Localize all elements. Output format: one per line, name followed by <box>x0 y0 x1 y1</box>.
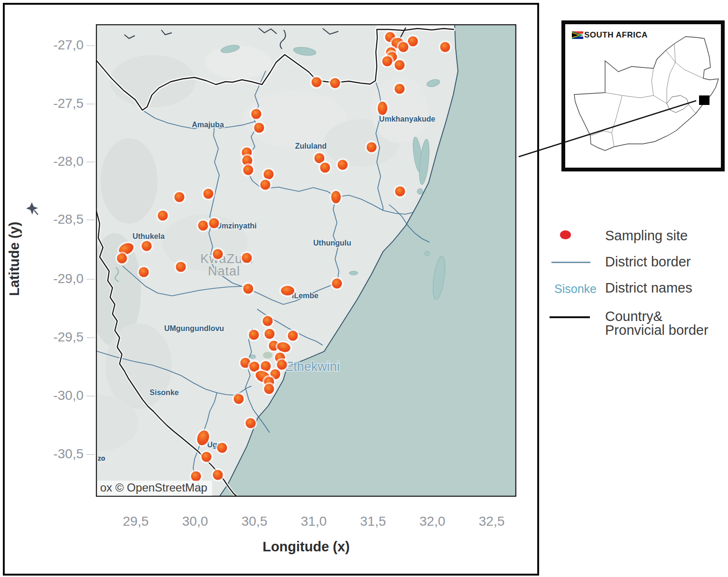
y-tick-mark <box>86 396 95 397</box>
y-tick-mark <box>86 337 95 338</box>
inset-locator: SOUTH AFRICA <box>561 20 725 171</box>
south-africa-outline <box>574 37 719 151</box>
legend-label-sampling-site: Sampling site <box>605 229 717 243</box>
sampling-site-dot <box>158 211 168 221</box>
x-tick-label: 32,5 <box>463 514 520 529</box>
sampling-site-dot <box>367 142 377 152</box>
sampling-site-dot <box>338 160 348 170</box>
sampling-site-dot <box>264 384 274 394</box>
sampling-site-dot <box>331 191 341 203</box>
sampling-site-dot <box>277 360 287 370</box>
sampling-site-dot <box>246 418 256 428</box>
inset-title: SOUTH AFRICA <box>584 30 648 40</box>
y-tick-label: -30,5 <box>42 446 84 462</box>
y-tick-label: -27,0 <box>42 38 84 53</box>
y-tick-label: -28,0 <box>42 154 84 169</box>
x-tick-label: 31,5 <box>345 514 401 529</box>
sampling-site-dot <box>265 329 275 339</box>
x-axis-title: Longitude (x) <box>262 539 350 555</box>
legend-label-district-names: District names <box>605 281 717 295</box>
sampling-site-dot <box>264 170 274 180</box>
legend-country-border-swatch <box>550 316 590 318</box>
sampling-site-dot <box>213 470 223 480</box>
y-tick-mark <box>86 454 95 455</box>
map-label: Natal <box>208 264 240 278</box>
sampling-site-dot <box>320 163 330 173</box>
legend-sampling-dot-swatch <box>560 230 571 239</box>
legend-label-country-border: Country& Pronvicial border <box>605 310 717 337</box>
sampling-site-dot <box>252 109 261 119</box>
south-africa-flag-icon <box>572 31 583 39</box>
sampling-site-dot <box>383 57 392 66</box>
legend-district-border-swatch <box>551 262 590 263</box>
y-tick-label: -29,0 <box>42 271 84 286</box>
sampling-site-dot <box>263 316 273 326</box>
map-label: Uthukela <box>132 232 165 240</box>
sampling-site-dot <box>176 262 186 272</box>
map-label: Amajuba <box>192 121 224 129</box>
x-tick-label: 32,0 <box>404 514 461 529</box>
sampling-site-dot <box>243 284 253 294</box>
sampling-site-dot <box>261 180 271 190</box>
sampling-site-dot <box>217 443 227 453</box>
map-label: Sisonke <box>149 388 178 397</box>
green-park <box>263 352 272 359</box>
sampling-site-dot <box>202 452 212 462</box>
map-label: Ethekwini <box>285 359 340 374</box>
sampling-site-dot <box>234 394 244 404</box>
sampling-site-dot <box>399 42 409 52</box>
y-axis-title: Latitude (y) <box>7 222 22 296</box>
map-label: iLembe <box>292 292 318 300</box>
sampling-site-dot <box>281 286 294 295</box>
kwazulu-natal-map: AmajubaUmkhanyakudeZululandUmzinyathiUth… <box>96 24 516 497</box>
sampling-site-dot <box>312 77 322 87</box>
sampling-site-dot <box>117 254 127 264</box>
sampling-site-dot <box>288 331 298 341</box>
legend-district-name-swatch: Sisonke <box>554 282 589 296</box>
y-tick-mark <box>86 161 95 162</box>
x-tick-label: 29,5 <box>107 514 164 529</box>
y-tick-mark <box>86 104 95 104</box>
sampling-site-dot <box>142 241 152 251</box>
sampling-site-dot <box>330 78 340 88</box>
map-attribution: ox © OpenStreetMap <box>97 481 212 496</box>
map-label: zo <box>98 454 105 462</box>
x-tick-label: 31,0 <box>285 514 342 529</box>
y-tick-label: -30,0 <box>42 388 84 403</box>
sampling-site-dot <box>395 60 405 70</box>
sampling-site-dot <box>175 192 185 202</box>
sampling-site-dot <box>440 42 450 52</box>
sampling-site-dot <box>213 249 223 259</box>
map-label: Uthungulu <box>313 239 351 247</box>
y-tick-mark <box>86 45 95 46</box>
sampling-site-dot <box>395 187 405 197</box>
x-tick-label: 30,5 <box>226 514 283 529</box>
x-tick-label: 30,0 <box>167 514 224 529</box>
sampling-site-dot <box>243 165 253 175</box>
legend-label-district-border: District border <box>605 255 717 269</box>
y-tick-label: -29,5 <box>42 330 84 345</box>
figure-root: Longitude (x) Latitude (y) -27,0-27,5-28… <box>0 0 728 577</box>
y-tick-mark <box>86 219 95 220</box>
sampling-site-dot <box>332 279 342 289</box>
sampling-site-dot <box>378 102 387 115</box>
map-label: UMgungundlovu <box>164 324 224 332</box>
sampling-site-dot <box>254 123 264 133</box>
map-label: Umkhanyakude <box>379 115 435 123</box>
sampling-site-dot <box>242 253 252 263</box>
y-tick-label: -27,5 <box>42 96 84 111</box>
sampling-site-dot <box>198 221 208 231</box>
map-label: Zululand <box>295 142 327 150</box>
kzn-highlight-square <box>699 95 709 105</box>
pushpin-icon <box>25 201 41 218</box>
sampling-site-dot <box>204 189 214 199</box>
sampling-site-dot <box>209 218 219 228</box>
south-africa-outline-map <box>565 24 721 168</box>
sampling-site-dot <box>139 267 149 277</box>
sampling-site-dot <box>395 84 405 94</box>
sampling-site-dot <box>249 330 259 340</box>
y-tick-label: -28,5 <box>42 212 84 227</box>
y-tick-mark <box>86 279 95 280</box>
map-label: Umzinyathi <box>216 222 256 230</box>
sampling-site-dot <box>191 472 201 482</box>
